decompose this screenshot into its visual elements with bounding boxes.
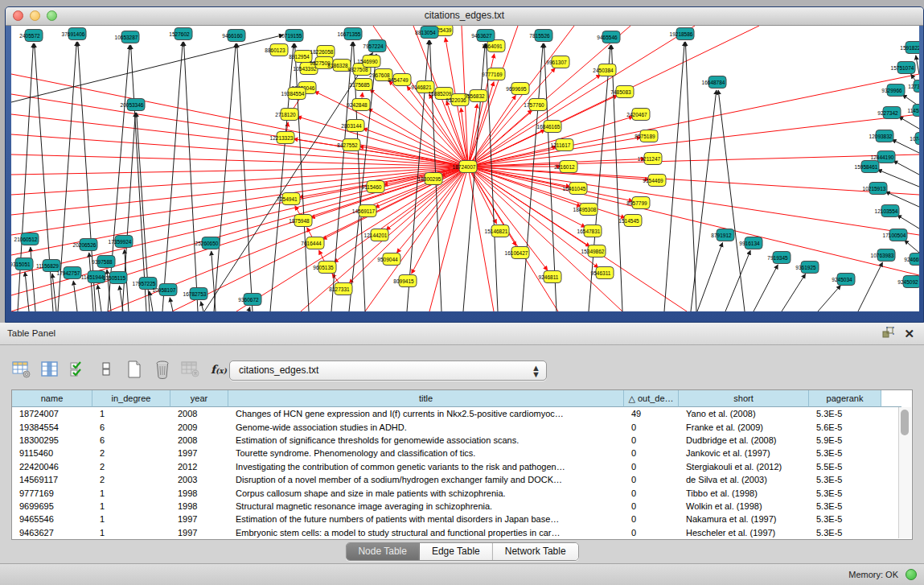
zoom-window-button[interactable] (47, 10, 57, 21)
graph-edge (893, 161, 919, 175)
graph-node-label: 7485083 (610, 89, 631, 95)
graph-node-label: 16846165 (537, 124, 561, 130)
table-selector[interactable]: citations_edges.txt ▲▼ (229, 360, 547, 381)
graph-node-label: 18226058 (310, 49, 334, 55)
memory-status-icon[interactable] (906, 569, 917, 580)
row-display-button[interactable] (96, 358, 117, 381)
column-header-year[interactable]: year (170, 390, 228, 407)
graph-node-label: 10215913 (863, 186, 886, 192)
table-row[interactable]: 946554611997Estimation of the future num… (12, 513, 912, 525)
graph-edge (664, 42, 684, 311)
graph-node-label: 1514545 (618, 218, 639, 224)
network-window-title: citations_edges.txt (6, 7, 923, 24)
graph-node-label: 1273425 (908, 84, 919, 89)
network-canvas[interactable]: 1872400788601238912954182260581054339298… (11, 26, 919, 311)
graph-node-label: 1074515 (910, 136, 919, 142)
table-row[interactable]: 1872400712008Changes of HCN gene express… (12, 407, 912, 420)
graph-edge (237, 43, 253, 311)
graph-edge (468, 167, 558, 311)
node-table: namein_degreeyeartitle△ out_de…shortpage… (11, 389, 913, 540)
graph-edge (468, 74, 919, 167)
cell-out_de: 0 (624, 435, 679, 445)
network-window-titlebar[interactable]: citations_edges.txt (6, 7, 923, 26)
cell-pagerank: 5.3E-5 (809, 528, 881, 538)
delete-table-button[interactable] (180, 358, 201, 381)
graph-node-label: 9465546 (597, 35, 618, 40)
column-select-button[interactable] (68, 358, 88, 381)
graph-node-label: 2216012 (554, 164, 575, 170)
float-panel-button[interactable] (882, 326, 894, 341)
graph-node-label: 9315051 (11, 262, 31, 267)
table-row[interactable]: 911546021997Tourette syndrome. Phenomeno… (12, 447, 912, 459)
table-row[interactable]: 1830029562008Estimation of significance … (12, 434, 912, 447)
graph-edge (214, 43, 236, 311)
tab-edge-table[interactable]: Edge Table (420, 543, 493, 560)
cell-pagerank: 5.3E-5 (809, 488, 881, 498)
table-panel-titlebar[interactable]: Table Panel ✕ (0, 323, 924, 345)
memory-status-label: Memory: OK (848, 570, 898, 579)
table-options-button[interactable] (11, 358, 32, 381)
graph-node-label: 1664091 (482, 43, 503, 49)
function-builder-button[interactable]: f(x) (208, 358, 229, 381)
graph-node-label: 15349862 (581, 249, 605, 254)
cell-pagerank: 5.3E-5 (809, 501, 881, 511)
create-column-button[interactable] (124, 358, 145, 381)
table-row[interactable]: 977716911998Corpus callosum shape and si… (12, 486, 912, 499)
column-header-title[interactable]: title (228, 390, 624, 407)
cell-pagerank: 5.3E-5 (809, 514, 881, 524)
table-row[interactable]: 969969511998Structural magnetic resonanc… (12, 500, 912, 513)
column-header-short[interactable]: short (679, 390, 809, 407)
graph-node-label: 1527602 (169, 31, 190, 37)
column-header-name[interactable]: name (12, 390, 92, 407)
graph-node-label: 9227342 (877, 110, 898, 116)
graph-node-label: 12093832 (869, 134, 893, 139)
cell-short: Yano et al. (2008) (679, 409, 809, 418)
close-panel-button[interactable]: ✕ (904, 328, 914, 340)
graph-node-label: 16782753 (183, 291, 207, 297)
column-header-out_de[interactable]: △ out_de… (624, 390, 679, 407)
graph-node-label: 10543392 (294, 66, 317, 72)
graph-edge (162, 42, 183, 311)
cell-in_degree: 1 (92, 488, 170, 498)
table-row[interactable]: 2242004622012Investigating the contribut… (12, 460, 912, 473)
column-header-pagerank[interactable]: pagerank (809, 390, 881, 407)
table-row[interactable]: 946362711997Embryonic stem cells: a mode… (12, 526, 912, 539)
graph-node-label: 8575189 (634, 134, 655, 139)
scrollbar-thumb[interactable] (901, 410, 909, 435)
table-row[interactable]: 1938455462009Genome-wide association stu… (12, 420, 912, 433)
graph-node-label: 2967608 (369, 72, 390, 78)
close-window-button[interactable] (13, 10, 23, 21)
minimize-window-button[interactable] (30, 10, 40, 21)
cell-title: Estimation of significance thresholds fo… (228, 435, 624, 445)
graph-node-label: 8860123 (265, 47, 285, 53)
cell-name: 9463627 (12, 528, 92, 538)
cell-pagerank: 5.3E-5 (809, 448, 881, 458)
column-header-in_degree[interactable]: in_degree (92, 390, 170, 407)
cell-pagerank: 5.5E-5 (809, 462, 881, 472)
column-visibility-button[interactable] (39, 358, 60, 381)
delete-table-icon (181, 360, 200, 378)
delete-column-button[interactable] (152, 358, 173, 381)
cell-out_de: 0 (624, 528, 679, 538)
graph-node-label: 2450384 (593, 68, 614, 73)
graph-node-label: 8127331 (329, 286, 350, 292)
tab-network-table[interactable]: Network Table (493, 543, 578, 560)
graph-node-label: 11156829 (36, 263, 59, 269)
cell-name: 9777169 (12, 488, 92, 498)
table-panel: Table Panel ✕ (0, 323, 924, 563)
graph-node-label: 37691406 (62, 31, 85, 37)
graph-node-label: 7616444 (301, 241, 322, 246)
graph-edge (754, 265, 778, 311)
graph-node-label: 18300295 (418, 176, 441, 182)
cell-in_degree: 1 (92, 409, 170, 418)
graph-node-label: 2803144 (341, 123, 362, 129)
tab-node-table[interactable]: Node Table (346, 543, 420, 560)
graph-edge (211, 251, 216, 311)
graph-node-label: 9546311 (591, 270, 611, 276)
cell-title: Tourette syndrome. Phenomenology and cla… (228, 448, 624, 458)
table-header-row: namein_degreeyeartitle△ out_de…shortpage… (12, 390, 912, 407)
cell-in_degree: 2 (92, 462, 170, 472)
vertical-scrollbar[interactable] (898, 407, 911, 538)
table-row[interactable]: 1456911722003Disruption of a novel membe… (12, 473, 912, 486)
graph-node-label: 3175685 (349, 82, 370, 88)
